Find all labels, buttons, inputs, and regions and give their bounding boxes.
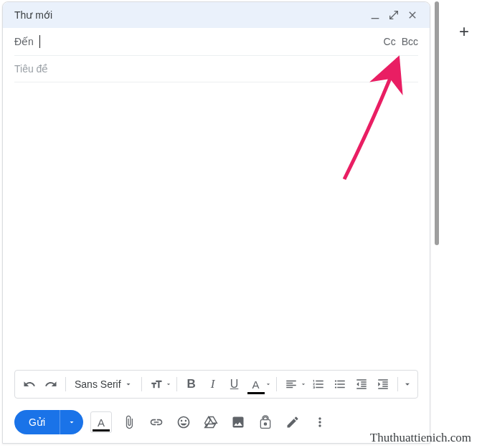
compose-header: Thư mới [3,2,430,28]
scrollbar[interactable] [435,1,439,245]
to-input-wrap[interactable] [39,35,384,48]
send-row: Gửi A [3,404,430,443]
chevron-down-icon [165,381,172,388]
separator [65,377,66,391]
send-button[interactable]: Gửi [14,410,60,434]
minimize-icon[interactable] [369,9,381,21]
bold-button[interactable]: B [181,373,202,395]
close-icon[interactable] [407,9,418,21]
bcc-button[interactable]: Bcc [402,36,418,47]
separator [176,377,177,391]
italic-button[interactable]: I [203,373,223,395]
separator [276,377,277,391]
subject-input[interactable] [14,63,418,75]
indent-increase-button[interactable] [373,373,393,395]
more-options-button[interactable] [310,412,330,432]
send-options-button[interactable] [60,410,83,434]
subject-field-row [14,56,418,82]
format-toolbar: Sans Serif B I U A [14,370,418,399]
chevron-down-icon [67,418,76,426]
compose-body[interactable] [3,82,430,370]
insert-link-button[interactable] [146,412,166,432]
numbered-list-button[interactable] [308,373,329,395]
svg-point-0 [265,423,267,425]
redo-button[interactable] [41,373,61,395]
to-label: Đến [14,36,34,47]
font-name: Sans Serif [75,378,121,390]
plus-icon[interactable]: + [459,22,469,42]
insert-emoji-button[interactable] [174,412,194,432]
confidential-mode-button[interactable] [255,412,275,432]
cc-button[interactable]: Cc [384,36,396,47]
compose-window: Thư mới Đến Cc Bcc [2,1,430,444]
separator [397,377,398,391]
insert-photo-button[interactable] [228,412,248,432]
font-size-button[interactable] [146,373,166,395]
compose-title: Thư mới [14,9,369,21]
text-color-button[interactable]: A [246,373,266,395]
underline-button[interactable]: U [225,373,245,395]
fullscreen-icon[interactable] [388,9,400,21]
align-button[interactable] [281,373,301,395]
bulleted-list-button[interactable] [330,373,350,395]
to-field-row: Đến Cc Bcc [14,28,418,56]
separator [141,377,142,391]
undo-button[interactable] [19,373,39,395]
attach-file-button[interactable] [119,412,139,432]
chevron-down-icon [124,380,133,389]
formatting-options-button[interactable]: A [90,411,112,433]
more-format-icon[interactable] [402,379,412,389]
insert-drive-button[interactable] [201,412,221,432]
indent-decrease-button[interactable] [351,373,372,395]
chevron-down-icon [300,381,307,388]
to-input[interactable] [40,36,384,47]
cc-bcc-group: Cc Bcc [384,36,418,47]
header-fields: Đến Cc Bcc [3,28,430,82]
insert-signature-button[interactable] [283,412,303,432]
window-controls [369,9,418,21]
send-button-group: Gửi [14,410,83,434]
font-select[interactable]: Sans Serif [70,378,137,390]
